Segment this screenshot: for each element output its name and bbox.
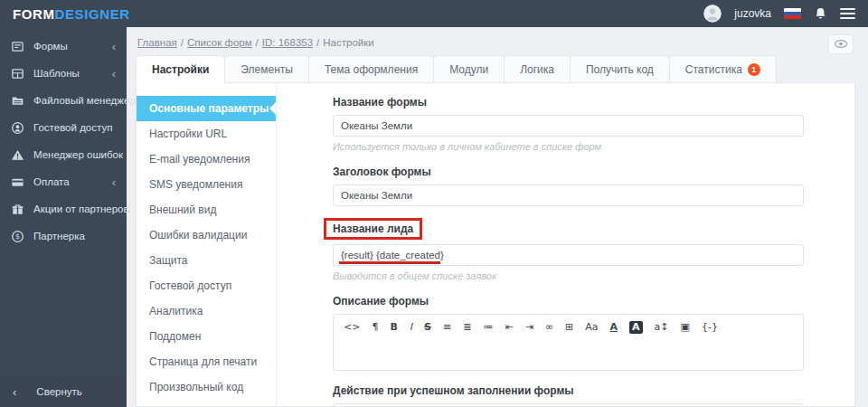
chevron-left-icon: ‹ bbox=[13, 385, 16, 399]
gift-icon bbox=[11, 203, 24, 216]
notifications-bell-icon[interactable] bbox=[814, 6, 827, 21]
sidebar-item-label: Менеджер ошибок bbox=[33, 149, 123, 160]
sidebar-item-label: Шаблоны bbox=[33, 68, 80, 79]
dollar-circle-icon: $ bbox=[11, 230, 24, 243]
subnav-item-url-settings[interactable]: Настройки URL bbox=[137, 121, 276, 147]
header-actions: juzovka bbox=[703, 5, 855, 23]
font-size-icon[interactable]: a↕ bbox=[655, 321, 669, 334]
breadcrumb-home-link[interactable]: Главная bbox=[137, 37, 177, 48]
error-manager-icon bbox=[11, 148, 24, 162]
tab-settings[interactable]: Настройки bbox=[136, 55, 225, 83]
app-logo[interactable]: FORMDESIGNER bbox=[13, 6, 130, 22]
italic-icon[interactable]: I bbox=[410, 321, 412, 334]
subnav-item-custom-code[interactable]: Произвольный код bbox=[137, 374, 276, 400]
tab-logic[interactable]: Логика bbox=[504, 55, 571, 83]
sidebar-item-error-manager[interactable]: Менеджер ошибок bbox=[0, 141, 127, 168]
subnav-item-validation-errors[interactable]: Ошибки валидации bbox=[137, 222, 276, 248]
tab-theme[interactable]: Тема оформления bbox=[308, 55, 434, 83]
field-form-description: Описание формы <>¶BIS≡≣≔⇤⇥∞⊞AaAAa↕▣{-} bbox=[333, 295, 804, 371]
rich-text-toolbar: <>¶BIS≡≣≔⇤⇥∞⊞AaAAa↕▣{-} bbox=[334, 315, 803, 339]
table-icon[interactable]: ⊞ bbox=[565, 321, 573, 334]
sidebar-item-label: Гостевой доступ bbox=[33, 122, 112, 133]
field-form-title: Заголовок формы bbox=[333, 166, 804, 206]
form-name-input[interactable] bbox=[333, 115, 804, 137]
align-icon[interactable]: ≡ bbox=[443, 321, 451, 334]
subnav-item-email-notifications[interactable]: E-mail уведомления bbox=[137, 147, 276, 172]
subnav-item-appearance[interactable]: Внешний вид bbox=[137, 197, 276, 222]
indent-icon[interactable]: ⇥ bbox=[525, 321, 533, 334]
sidebar-item-affiliate[interactable]: $ Партнерка bbox=[0, 222, 127, 250]
image-icon[interactable]: ▣ bbox=[681, 321, 690, 334]
sidebar-item-payment[interactable]: Оплата ‹ bbox=[0, 168, 127, 195]
sidebar-item-label: Формы bbox=[33, 41, 68, 52]
bold-icon[interactable]: B bbox=[390, 321, 397, 334]
statistics-badge: 1 bbox=[748, 63, 760, 76]
guest-access-icon bbox=[11, 121, 24, 135]
breadcrumb-current: Настройки bbox=[323, 37, 373, 48]
form-title-label: Заголовок формы bbox=[333, 166, 804, 178]
field-form-name: Название формы Используется только в лич… bbox=[333, 96, 804, 152]
sidebar-item-partner-promos[interactable]: Акции от партнеров bbox=[0, 195, 127, 222]
form-title-input[interactable] bbox=[333, 185, 804, 206]
logo-text-form: FORM bbox=[13, 6, 55, 22]
sidebar-item-label: Файловый менеджер bbox=[33, 95, 136, 106]
text-color-icon[interactable]: A bbox=[610, 321, 618, 334]
sidebar-item-templates[interactable]: Шаблоны ‹ bbox=[0, 60, 127, 87]
annotation-red-underline bbox=[339, 261, 440, 264]
sidebar-item-guest-access[interactable]: Гостевой доступ bbox=[0, 114, 127, 141]
sidebar-collapse-button[interactable]: ‹ Свернуть bbox=[0, 376, 127, 407]
code-icon[interactable]: <> bbox=[344, 321, 360, 334]
success-action-select[interactable]: Показывать текст на отдельной странице ▼ bbox=[333, 403, 804, 406]
link-icon[interactable]: ∞ bbox=[545, 321, 553, 334]
templates-icon bbox=[11, 67, 24, 80]
variable-icon[interactable]: {-} bbox=[702, 321, 718, 334]
annotation-red-box: Название лида bbox=[324, 218, 422, 240]
subnav-item-print-page[interactable]: Страница для печати bbox=[137, 349, 276, 374]
field-lead-name: Название лида Выводится в общем списке з… bbox=[333, 220, 804, 281]
form-description-label: Описание формы bbox=[333, 295, 804, 308]
form-tabs: Настройки Элементы Тема оформления Модул… bbox=[136, 55, 868, 83]
lead-name-label: Название лида bbox=[333, 222, 413, 235]
chevron-left-icon: ‹ bbox=[112, 176, 116, 188]
paragraph-icon[interactable]: ¶ bbox=[372, 321, 378, 334]
settings-panel: Основные параметры Настройки URL E-mail … bbox=[136, 82, 855, 407]
chevron-left-icon: ‹ bbox=[112, 41, 116, 52]
svg-text:$: $ bbox=[15, 232, 20, 241]
menu-hamburger-icon[interactable] bbox=[840, 8, 855, 19]
tab-statistics[interactable]: Статистика1 bbox=[669, 55, 777, 83]
chevron-left-icon: ‹ bbox=[112, 68, 116, 80]
subnav-item-analytics[interactable]: Аналитика bbox=[137, 298, 276, 324]
lead-name-hint: Выводится в общем списке заявок bbox=[333, 270, 804, 281]
username[interactable]: juzovka bbox=[734, 7, 771, 20]
strikethrough-icon[interactable]: S bbox=[424, 321, 431, 334]
breadcrumb-form-id-link[interactable]: ID: 168353 bbox=[262, 37, 313, 48]
subnav-item-guest-access[interactable]: Гостевой доступ bbox=[137, 273, 276, 298]
description-editor-body[interactable] bbox=[334, 339, 803, 370]
sidebar: Формы ‹ Шаблоны ‹ Файловый менеджер Гост… bbox=[0, 27, 127, 407]
breadcrumb: Главная/Список форм/ID: 168353/Настройки bbox=[127, 27, 868, 55]
preview-form-button[interactable] bbox=[828, 34, 854, 54]
logo-text-designer: DESIGNER bbox=[55, 6, 130, 22]
user-avatar[interactable] bbox=[703, 5, 722, 23]
top-header: FORMDESIGNER juzovka bbox=[0, 0, 868, 27]
tab-elements[interactable]: Элементы bbox=[224, 55, 309, 83]
form-name-label: Название формы bbox=[333, 96, 804, 109]
tab-get-code[interactable]: Получить код bbox=[570, 55, 670, 83]
subnav-item-sms-notifications[interactable]: SMS уведомления bbox=[137, 172, 276, 197]
breadcrumb-separator: / bbox=[256, 37, 259, 48]
settings-subnav: Основные параметры Настройки URL E-mail … bbox=[137, 83, 277, 406]
breadcrumb-forms-list-link[interactable]: Список форм bbox=[187, 37, 252, 48]
unordered-list-icon[interactable]: ≔ bbox=[483, 321, 493, 334]
language-flag-ru-icon[interactable] bbox=[784, 8, 801, 19]
font-family-icon[interactable]: Aa bbox=[585, 321, 598, 334]
tab-modules[interactable]: Модули bbox=[433, 55, 505, 83]
bg-color-icon[interactable]: A bbox=[629, 321, 643, 334]
sidebar-item-forms[interactable]: Формы ‹ bbox=[0, 33, 127, 60]
subnav-item-subdomain[interactable]: Поддомен bbox=[137, 324, 276, 349]
outdent-icon[interactable]: ⇤ bbox=[505, 321, 513, 334]
sidebar-item-file-manager[interactable]: Файловый менеджер bbox=[0, 87, 127, 114]
subnav-item-protection[interactable]: Защита bbox=[137, 248, 276, 273]
sidebar-item-label: Оплата bbox=[33, 176, 70, 187]
ordered-list-icon[interactable]: ≣ bbox=[463, 321, 471, 334]
subnav-item-general[interactable]: Основные параметры bbox=[137, 96, 276, 121]
